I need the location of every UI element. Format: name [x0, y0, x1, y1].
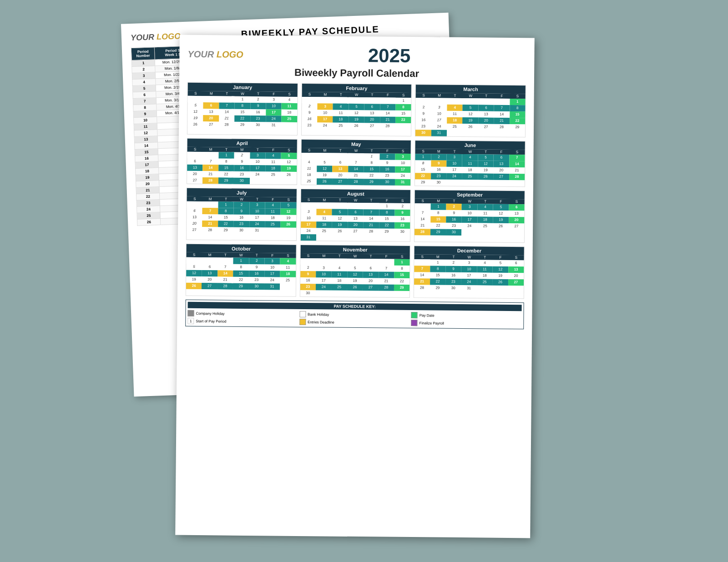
day-cell: 4 [477, 260, 493, 266]
day-cell: 11 [282, 103, 297, 110]
day-cell: 22 [430, 278, 445, 285]
day-name: S [281, 148, 297, 153]
day-cell: 1 [379, 203, 394, 209]
day-cell: 30 [233, 227, 249, 234]
day-cell: 6 [333, 160, 349, 166]
day-cell: 23 [233, 221, 249, 227]
day-cell: 19 [187, 115, 203, 121]
day-cell: 9 [300, 271, 316, 277]
day-name: T [477, 255, 492, 260]
day-name: T [250, 147, 265, 152]
day-name: T [333, 92, 349, 97]
empty-cell [364, 203, 379, 209]
day-cell: 11 [333, 110, 349, 116]
month-header-february: February [302, 84, 411, 93]
empty-cell [317, 153, 332, 159]
day-cell: 21 [509, 167, 525, 174]
day-cell: 8 [430, 266, 445, 272]
day-cell: 18 [333, 116, 349, 123]
day-cell: 7 [219, 102, 234, 109]
day-cell: 23 [300, 284, 316, 290]
day-cell: 3 [316, 265, 331, 271]
day-cell: 3 [249, 202, 265, 208]
month-header-may: May [301, 140, 411, 149]
key-swatch [299, 311, 306, 317]
day-cell: 1 [218, 201, 233, 208]
empty-cell [333, 97, 349, 104]
day-cell: 14 [414, 272, 430, 278]
day-cell: 17 [249, 215, 265, 221]
day-cell: 4 [333, 104, 349, 110]
day-cell: 15 [364, 166, 379, 172]
day-cell: 16 [300, 277, 316, 284]
day-cell: 14 [380, 110, 395, 116]
day-name: S [395, 198, 410, 203]
day-name: T [364, 148, 379, 153]
day-cell: 26 [281, 172, 296, 178]
day-cell: 21 [202, 221, 218, 227]
day-cell: 26 [349, 123, 364, 129]
day-cell: 25 [477, 279, 493, 285]
day-cell: 27 [478, 124, 494, 130]
day-name: S [301, 148, 317, 153]
day-cell: 2 [379, 153, 395, 160]
day-cell: 8 [218, 208, 233, 214]
month-header-december: December [415, 246, 524, 255]
day-cell: 14 [415, 216, 430, 222]
day-cell: 10 [431, 110, 447, 117]
day-cell: 20 [508, 273, 524, 279]
day-cell: 8 [510, 105, 525, 111]
day-cell: 18 [301, 172, 317, 178]
empty-cell [415, 203, 430, 210]
day-name: T [249, 197, 265, 202]
day-cell: 6 [348, 209, 363, 216]
day-name: T [478, 93, 494, 98]
day-cell: 24 [461, 279, 477, 285]
day-cell: 28 [378, 284, 394, 291]
day-cell: 23 [445, 279, 461, 285]
days-grid: 1234567891011121314151617181920212223242… [302, 97, 411, 130]
day-cell: 30 [445, 285, 461, 291]
day-cell: 20 [509, 217, 524, 223]
day-cell: 12 [186, 270, 202, 276]
day-cell: 21 [380, 116, 395, 123]
day-cell: 8 [233, 264, 249, 271]
day-name: T [333, 148, 348, 153]
empty-cell [316, 258, 331, 265]
day-cell: 7 [509, 155, 525, 161]
day-cell: 17 [264, 271, 280, 277]
day-cell: 31 [431, 130, 447, 136]
day-cell: 26 [332, 228, 348, 235]
day-cell: 8 [395, 104, 411, 110]
day-cell: 9 [233, 208, 249, 215]
day-cell: 9 [249, 264, 264, 271]
day-cell: 10 [461, 266, 477, 272]
empty-cell [301, 153, 317, 159]
month-header-april: April [187, 139, 297, 148]
day-cell: 1 [235, 96, 251, 103]
day-cell: 15 [510, 111, 525, 118]
day-cell: 31 [461, 285, 476, 291]
day-cell: 2 [234, 152, 250, 159]
empty-cell [348, 203, 363, 209]
day-cell: 25 [265, 221, 280, 227]
empty-cell [332, 259, 348, 265]
day-cell: 12 [493, 211, 509, 217]
day-cell: 21 [217, 276, 233, 283]
day-cell: 5 [463, 105, 478, 111]
day-cell: 5 [349, 104, 364, 110]
day-cell: 6 [364, 104, 380, 110]
day-cell: 21 [219, 115, 234, 121]
day-cell: 16 [431, 166, 446, 173]
day-cell: 1 [218, 152, 234, 158]
day-cell: 3 [301, 209, 316, 215]
day-cell: 11 [280, 265, 296, 271]
day-cell: 10 [249, 208, 265, 215]
day-cell: 17 [266, 109, 281, 115]
day-cell: 4 [282, 97, 297, 103]
day-cell: 15 [234, 109, 250, 115]
day-cell: 2 [249, 258, 264, 264]
day-cell: 7 [364, 209, 379, 216]
day-cell: 25 [265, 171, 281, 178]
day-name: W [347, 254, 363, 259]
